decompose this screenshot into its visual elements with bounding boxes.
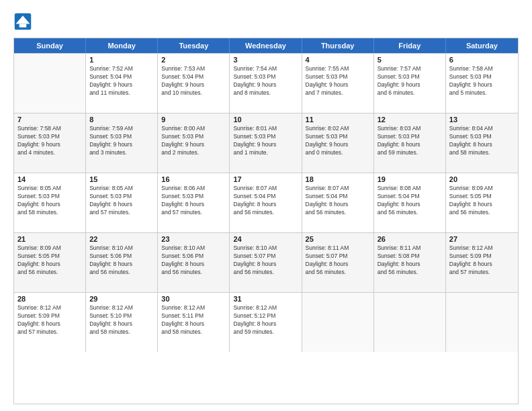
- svg-rect-2: [19, 24, 27, 28]
- cell-info: Sunrise: 8:12 AM Sunset: 5:09 PM Dayligh…: [449, 244, 515, 277]
- day-number: 18: [306, 175, 370, 183]
- calendar-cell: 29Sunrise: 8:12 AM Sunset: 5:10 PM Dayli…: [86, 293, 158, 352]
- cell-info: Sunrise: 8:07 AM Sunset: 5:04 PM Dayligh…: [306, 185, 370, 217]
- day-number: 31: [233, 295, 298, 303]
- day-number: 11: [306, 116, 370, 124]
- day-number: 3: [233, 56, 298, 64]
- cell-info: Sunrise: 8:10 AM Sunset: 5:06 PM Dayligh…: [161, 244, 226, 277]
- day-number: 26: [378, 235, 442, 243]
- cell-info: Sunrise: 8:04 AM Sunset: 5:03 PM Dayligh…: [449, 125, 515, 157]
- calendar: SundayMondayTuesdayWednesdayThursdayFrid…: [13, 38, 519, 404]
- cell-info: Sunrise: 8:07 AM Sunset: 5:04 PM Dayligh…: [233, 185, 298, 217]
- calendar-cell: 21Sunrise: 8:09 AM Sunset: 5:05 PM Dayli…: [14, 233, 86, 292]
- calendar-cell: 12Sunrise: 8:03 AM Sunset: 5:03 PM Dayli…: [374, 113, 446, 173]
- calendar-cell: 15Sunrise: 8:05 AM Sunset: 5:03 PM Dayli…: [86, 173, 158, 232]
- header-day-wednesday: Wednesday: [230, 38, 302, 53]
- calendar-cell: 17Sunrise: 8:07 AM Sunset: 5:04 PM Dayli…: [230, 173, 302, 232]
- day-number: 30: [161, 295, 226, 303]
- day-number: 1: [89, 56, 154, 64]
- calendar-cell: 20Sunrise: 8:09 AM Sunset: 5:05 PM Dayli…: [446, 173, 518, 232]
- cell-info: Sunrise: 7:53 AM Sunset: 5:04 PM Dayligh…: [161, 65, 226, 97]
- calendar-cell: 22Sunrise: 8:10 AM Sunset: 5:06 PM Dayli…: [86, 233, 158, 292]
- day-number: 2: [161, 56, 226, 64]
- calendar-cell: 11Sunrise: 8:02 AM Sunset: 5:03 PM Dayli…: [302, 113, 374, 173]
- day-number: 21: [17, 235, 82, 243]
- day-number: 28: [17, 295, 82, 303]
- cell-info: Sunrise: 8:10 AM Sunset: 5:07 PM Dayligh…: [233, 244, 298, 277]
- cell-info: Sunrise: 7:57 AM Sunset: 5:03 PM Dayligh…: [378, 65, 442, 97]
- calendar-cell: 23Sunrise: 8:10 AM Sunset: 5:06 PM Dayli…: [158, 233, 230, 292]
- calendar-cell: 6Sunrise: 7:58 AM Sunset: 5:03 PM Daylig…: [446, 54, 518, 113]
- calendar-cell: 7Sunrise: 7:58 AM Sunset: 5:03 PM Daylig…: [14, 113, 86, 173]
- cell-info: Sunrise: 8:05 AM Sunset: 5:03 PM Dayligh…: [17, 185, 82, 217]
- day-number: 10: [233, 116, 298, 124]
- calendar-cell: 9Sunrise: 8:00 AM Sunset: 5:03 PM Daylig…: [158, 113, 230, 173]
- calendar-cell: 30Sunrise: 8:12 AM Sunset: 5:11 PM Dayli…: [158, 293, 230, 352]
- day-number: 6: [449, 56, 515, 64]
- cell-info: Sunrise: 8:11 AM Sunset: 5:08 PM Dayligh…: [378, 244, 442, 277]
- cell-info: Sunrise: 8:02 AM Sunset: 5:03 PM Dayligh…: [306, 125, 370, 157]
- day-number: 20: [449, 175, 515, 183]
- cell-info: Sunrise: 8:01 AM Sunset: 5:03 PM Dayligh…: [233, 125, 298, 157]
- calendar-cell: 27Sunrise: 8:12 AM Sunset: 5:09 PM Dayli…: [446, 233, 518, 292]
- day-number: 19: [378, 175, 442, 183]
- calendar-cell: 10Sunrise: 8:01 AM Sunset: 5:03 PM Dayli…: [230, 113, 302, 173]
- cell-info: Sunrise: 8:09 AM Sunset: 5:05 PM Dayligh…: [449, 185, 515, 217]
- calendar-cell: 25Sunrise: 8:11 AM Sunset: 5:07 PM Dayli…: [302, 233, 374, 292]
- header: [13, 12, 519, 31]
- calendar-cell: 2Sunrise: 7:53 AM Sunset: 5:04 PM Daylig…: [158, 54, 230, 113]
- calendar-cell: [374, 293, 446, 352]
- day-number: 29: [89, 295, 154, 303]
- calendar-cell: 24Sunrise: 8:10 AM Sunset: 5:07 PM Dayli…: [230, 233, 302, 292]
- day-number: 14: [17, 175, 82, 183]
- day-number: 13: [449, 116, 515, 124]
- calendar-cell: [14, 54, 86, 113]
- logo: [13, 12, 35, 31]
- calendar-week-5: 28Sunrise: 8:12 AM Sunset: 5:09 PM Dayli…: [14, 292, 518, 352]
- day-number: 25: [306, 235, 370, 243]
- calendar-week-4: 21Sunrise: 8:09 AM Sunset: 5:05 PM Dayli…: [14, 232, 518, 292]
- header-day-sunday: Sunday: [14, 38, 86, 53]
- cell-info: Sunrise: 8:12 AM Sunset: 5:10 PM Dayligh…: [89, 304, 154, 336]
- calendar-cell: 19Sunrise: 8:08 AM Sunset: 5:04 PM Dayli…: [374, 173, 446, 232]
- cell-info: Sunrise: 8:09 AM Sunset: 5:05 PM Dayligh…: [17, 244, 82, 277]
- day-number: 9: [161, 116, 226, 124]
- day-number: 12: [378, 116, 442, 124]
- calendar-week-1: 1Sunrise: 7:52 AM Sunset: 5:04 PM Daylig…: [14, 53, 518, 113]
- cell-info: Sunrise: 8:03 AM Sunset: 5:03 PM Dayligh…: [378, 125, 442, 157]
- cell-info: Sunrise: 7:55 AM Sunset: 5:03 PM Dayligh…: [306, 65, 370, 97]
- cell-info: Sunrise: 8:10 AM Sunset: 5:06 PM Dayligh…: [89, 244, 154, 277]
- calendar-cell: 16Sunrise: 8:06 AM Sunset: 5:03 PM Dayli…: [158, 173, 230, 232]
- calendar-cell: 28Sunrise: 8:12 AM Sunset: 5:09 PM Dayli…: [14, 293, 86, 352]
- day-number: 17: [233, 175, 298, 183]
- calendar-cell: 1Sunrise: 7:52 AM Sunset: 5:04 PM Daylig…: [86, 54, 158, 113]
- cell-info: Sunrise: 8:08 AM Sunset: 5:04 PM Dayligh…: [378, 185, 442, 217]
- header-day-friday: Friday: [374, 38, 446, 53]
- page: SundayMondayTuesdayWednesdayThursdayFrid…: [0, 0, 532, 411]
- cell-info: Sunrise: 8:00 AM Sunset: 5:03 PM Dayligh…: [161, 125, 226, 157]
- calendar-body: 1Sunrise: 7:52 AM Sunset: 5:04 PM Daylig…: [14, 53, 518, 352]
- cell-info: Sunrise: 7:58 AM Sunset: 5:03 PM Dayligh…: [449, 65, 515, 97]
- calendar-cell: 5Sunrise: 7:57 AM Sunset: 5:03 PM Daylig…: [374, 54, 446, 113]
- day-number: 15: [89, 175, 154, 183]
- header-day-tuesday: Tuesday: [158, 38, 230, 53]
- cell-info: Sunrise: 7:52 AM Sunset: 5:04 PM Dayligh…: [89, 65, 154, 97]
- day-number: 24: [233, 235, 298, 243]
- calendar-cell: [446, 293, 518, 352]
- calendar-cell: 3Sunrise: 7:54 AM Sunset: 5:03 PM Daylig…: [230, 54, 302, 113]
- calendar-cell: 31Sunrise: 8:12 AM Sunset: 5:12 PM Dayli…: [230, 293, 302, 352]
- day-number: 22: [89, 235, 154, 243]
- header-day-thursday: Thursday: [302, 38, 374, 53]
- day-number: 16: [161, 175, 226, 183]
- calendar-header-row: SundayMondayTuesdayWednesdayThursdayFrid…: [14, 38, 518, 53]
- day-number: 4: [306, 56, 370, 64]
- cell-info: Sunrise: 8:06 AM Sunset: 5:03 PM Dayligh…: [161, 185, 226, 217]
- calendar-week-3: 14Sunrise: 8:05 AM Sunset: 5:03 PM Dayli…: [14, 173, 518, 232]
- calendar-cell: 18Sunrise: 8:07 AM Sunset: 5:04 PM Dayli…: [302, 173, 374, 232]
- cell-info: Sunrise: 8:11 AM Sunset: 5:07 PM Dayligh…: [306, 244, 370, 277]
- calendar-cell: 4Sunrise: 7:55 AM Sunset: 5:03 PM Daylig…: [302, 54, 374, 113]
- cell-info: Sunrise: 8:12 AM Sunset: 5:09 PM Dayligh…: [17, 304, 82, 336]
- day-number: 23: [161, 235, 226, 243]
- header-day-monday: Monday: [86, 38, 158, 53]
- day-number: 8: [89, 116, 154, 124]
